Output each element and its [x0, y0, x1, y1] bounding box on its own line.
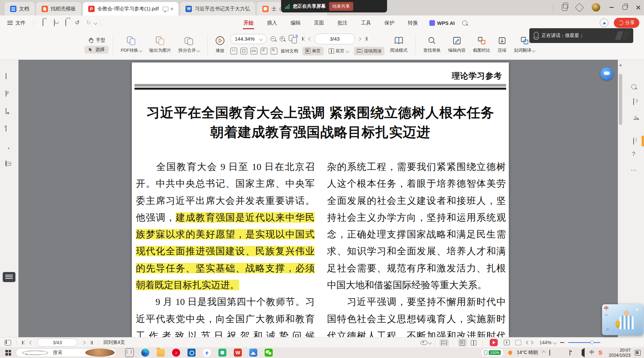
restore-button[interactable] [623, 5, 627, 10]
menu-search-icon[interactable] [462, 20, 467, 26]
notification-center-icon[interactable] [635, 350, 641, 356]
annotation-tag-icon[interactable] [6, 126, 13, 133]
workbench-icon[interactable] [562, 4, 568, 11]
stop-share-button[interactable]: 结束共享 [329, 2, 353, 11]
taskbar-clock[interactable]: 20:07 2024/10/23 [609, 348, 631, 358]
weather-text[interactable]: 14°C 晴朗 [517, 350, 538, 356]
minimize-button[interactable] [609, 7, 614, 8]
outlook-icon[interactable] [187, 349, 196, 357]
select-tool-button[interactable]: 选择 [85, 46, 109, 54]
wps-office-icon[interactable]: W [234, 349, 242, 357]
apps-cube-icon[interactable] [575, 3, 584, 12]
outline-toggle-button[interactable] [3, 272, 15, 282]
zoom-slider-thumb[interactable] [590, 341, 594, 344]
bookmark-icon[interactable] [6, 73, 13, 80]
undo-icon[interactable]: ↺ [73, 19, 81, 27]
scrollbar-thumb[interactable] [619, 74, 622, 125]
chevron-down-icon[interactable] [428, 341, 432, 344]
play-button[interactable]: 播放 [212, 36, 228, 54]
prev-page-button[interactable] [28, 341, 35, 344]
help-icon[interactable]: ? [630, 150, 637, 158]
edge-marker[interactable] [642, 136, 644, 146]
menu-insert[interactable]: 插入 [260, 15, 284, 30]
export-image-button[interactable]: 输出为图片 [146, 37, 175, 53]
expand-panel-icon[interactable] [630, 98, 637, 105]
more-options-icon[interactable]: ⋯ [630, 167, 637, 174]
zoom-out-button[interactable] [560, 342, 564, 343]
last-page-button[interactable] [87, 341, 95, 345]
save-icon[interactable] [51, 19, 58, 27]
pdf-page[interactable]: 理论学习参考 习近平在全国教育大会上强调 紧紧围绕立德树人根本任务 朝着建成教育… [132, 62, 509, 337]
wps-ai-button[interactable]: WPS AI [429, 20, 455, 26]
zoom-chevron-icon[interactable] [553, 341, 556, 344]
next-page-button[interactable] [358, 38, 361, 40]
menu-protect[interactable]: 保护 [378, 15, 401, 30]
thumbnails-icon[interactable] [6, 91, 13, 98]
fit-width-icon[interactable] [251, 48, 257, 54]
last-page-button[interactable] [364, 37, 367, 41]
split-merge-button[interactable]: 拆分合并 [175, 37, 203, 53]
close-button[interactable] [636, 5, 641, 10]
print-icon[interactable] [62, 19, 69, 27]
tab-word-doc[interactable]: W 习近平总书记关于大力弘 [180, 2, 255, 15]
page-number-input[interactable]: 3/43 [315, 34, 355, 44]
battery-widget[interactable]: 100% [481, 349, 504, 357]
zoom-slider[interactable] [568, 342, 600, 343]
open-file-icon[interactable] [39, 19, 47, 27]
double-page-button[interactable]: 双页 [326, 47, 352, 55]
vertical-scrollbar[interactable] [618, 60, 623, 337]
wechat-icon[interactable] [265, 349, 273, 357]
menu-start[interactable]: 开始 [237, 15, 260, 30]
task-view-button[interactable] [125, 348, 134, 357]
tab-home-docs[interactable]: 文档 [5, 2, 35, 15]
single-page-toggle[interactable] [458, 339, 467, 347]
tray-expand-chevron[interactable] [542, 351, 545, 354]
settings-sliders-icon[interactable] [630, 117, 637, 124]
single-page-button[interactable]: 单页 [302, 47, 324, 55]
file-explorer-icon[interactable] [157, 349, 165, 357]
photos-app-icon[interactable] [249, 349, 257, 357]
fit-page-icon[interactable] [240, 48, 247, 54]
browser-e-icon[interactable]: e [203, 349, 211, 357]
first-page-button[interactable] [302, 37, 306, 41]
menu-page[interactable]: 页面 [307, 15, 331, 30]
share-button[interactable]: 分享 [614, 18, 639, 28]
tab-active-pdf[interactable]: P 全教会-理论学习参考(1).pdf [83, 2, 178, 15]
ime-indicator[interactable]: 中 [590, 350, 594, 356]
continuous-read-button[interactable]: 连续阅读 [354, 47, 384, 55]
fit-width-icon[interactable] [527, 341, 533, 345]
edit-content-button[interactable]: 编辑内容 [444, 36, 469, 53]
play-slideshow-button[interactable] [490, 339, 498, 346]
actual-size-icon[interactable]: 1:1 [230, 48, 237, 54]
continuous-scroll-toggle[interactable] [439, 339, 449, 346]
menu-tools[interactable]: 工具 [354, 15, 378, 30]
hamburger-icon[interactable] [7, 23, 13, 23]
file-menu[interactable]: 文件 [15, 20, 25, 26]
read-mode-button[interactable]: 阅读模式 [386, 36, 411, 53]
zoom-out-icon[interactable] [271, 36, 276, 41]
microphone-tray-icon[interactable] [549, 350, 555, 356]
eye-view-icon[interactable] [421, 341, 427, 345]
rotate-right-icon[interactable]: ↻ [271, 48, 277, 54]
tab-docer-templates[interactable]: 找稻壳模板 [36, 2, 81, 15]
page-extract-icon[interactable]: ⇅ [289, 35, 298, 43]
assistant-fab[interactable] [600, 67, 613, 80]
layers-icon[interactable] [6, 161, 13, 168]
blue-app-tray-icon[interactable] [559, 350, 565, 356]
screenshot-compare-button[interactable]: 截图对比 [469, 36, 494, 53]
windows-start-button[interactable] [5, 350, 11, 356]
redo-icon[interactable]: ↻ [85, 19, 92, 27]
panel-search-icon[interactable] [630, 83, 637, 91]
speaker-icon[interactable] [580, 350, 585, 356]
location-pin-icon[interactable] [507, 350, 513, 356]
search-highlight-image[interactable] [85, 349, 115, 357]
pdf-convert-button[interactable]: PDF转换 [117, 37, 146, 53]
comments-icon[interactable] [6, 108, 13, 115]
quickbar-chevron[interactable] [94, 21, 97, 25]
netease-music-icon[interactable] [172, 349, 180, 357]
first-page-button[interactable] [20, 341, 28, 345]
rotate-left-icon[interactable]: ↺ [261, 48, 267, 54]
double-page-toggle[interactable] [469, 339, 478, 346]
signature-pen-icon[interactable] [6, 142, 13, 149]
actual-size-icon[interactable] [504, 340, 510, 345]
